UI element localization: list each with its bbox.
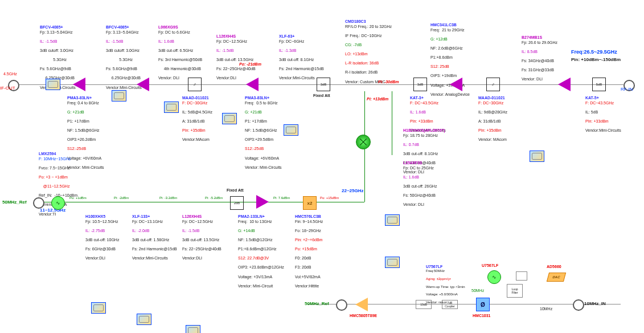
maad2-body: F: DC~30GHz IL: 9dB@28GHz A: 31dB/1dB PI… — [478, 101, 507, 142]
amp-pre-rf-icon — [558, 78, 571, 91]
maad2-icon: ⫽ — [486, 78, 500, 91]
l254-icon — [385, 257, 400, 268]
xlf133-title: XLF-133+ — [132, 214, 150, 219]
u7567-osc-label: U7567LF — [482, 263, 498, 268]
kat3-title: KAT-3+ — [410, 96, 424, 100]
mid-po4: Pi: 7.6dBm — [273, 196, 290, 200]
cmd180-body: RF/LO Freq.: 20 to 32GHz IF Freq.: DC~10… — [345, 25, 392, 89]
l126a-icon — [222, 113, 237, 124]
ref50-low-name: 50MHz_Ref — [305, 301, 329, 306]
bfcv2-title: BFCV-4085+ — [106, 25, 129, 30]
mix-pi: Pi: -30dBm — [378, 80, 399, 84]
mid-po5: Po: +15dBm — [320, 196, 339, 200]
cmd180-title: CMD180C3 — [345, 19, 366, 24]
if-out-name: IF-OUT — [0, 86, 15, 91]
xlf133-icon — [137, 314, 151, 325]
if-out-freq: 4.5GHz — [3, 72, 17, 76]
xlf63-title: XLF-63+ — [279, 34, 294, 39]
pma1-title: PMA3-83LN+ — [67, 96, 92, 100]
xlf63-icon — [284, 124, 298, 136]
xlf63-body: Fp: DC~6GHz IL: -1.3dB 3dB cut-off: 8.1G… — [279, 39, 324, 80]
kat5-title: KAT-5+ — [585, 96, 599, 100]
l126b-icon — [186, 325, 200, 333]
h100-body: Fp: 10.5~12.5GHz IL: -2.75dB 3dB cut-off… — [85, 220, 119, 261]
l126a-body: Fp: DC~12.5GHz IL: -1.5dB 3dB cut-off: 1… — [216, 39, 256, 80]
maad1-title: MAAD-011021 — [182, 96, 209, 100]
bfcv2-icon — [112, 90, 126, 101]
mixer-icon — [356, 135, 371, 149]
pma1-amp-icon — [73, 78, 85, 91]
mid-po2: Pi: -3.2dBm — [159, 196, 177, 200]
kat5-icon: 5dB — [592, 78, 606, 91]
hmc1031-label: HMC1031 — [473, 314, 491, 318]
mix-lo: Pi: +13dBm — [367, 97, 388, 101]
pma2-body: Freq: 0.5 to 8GHz G: +21dB P1: +17dBm NF… — [245, 101, 282, 170]
pma133-title: PMA2-133LN+ — [238, 214, 265, 219]
l066-icon — [164, 101, 179, 113]
pma2-title: PMA3-83LN+ — [245, 96, 269, 100]
b274-title: B274MB1S — [522, 35, 542, 40]
maad1-body: F: DC~30GHz IL: 5dB@4.5GHz A: 31dB/1dB P… — [182, 101, 212, 142]
mid-po0: Po: +1dBm — [69, 196, 87, 200]
u7567-osc-icon: ∿ — [487, 270, 501, 284]
ad5660-label: AD5660 — [547, 265, 561, 269]
l126a-po: Po: -21dBm — [239, 62, 261, 67]
hmc576-x2-icon: x2 — [303, 196, 317, 210]
maad2-title: MAAD-011021 — [478, 96, 505, 100]
l126a-title: L126XH4S — [216, 34, 236, 39]
low-50mhz: 50MHz — [471, 289, 484, 293]
loopfilter-box: Loop Filter — [507, 284, 523, 298]
u7567-title: U7567LF — [426, 265, 442, 269]
switch-icon — [516, 271, 527, 281]
bfcv1-icon — [46, 79, 60, 90]
in10-port — [573, 299, 584, 311]
mid-band-out: 22~25GHz — [342, 188, 363, 193]
mid-po3: Pi: -5.2dBm — [205, 196, 223, 200]
amp2-icon — [137, 78, 149, 91]
in10-name: 10MHz_IN — [584, 301, 606, 306]
h100-icon — [91, 302, 106, 314]
pma133-amp-icon — [256, 195, 269, 209]
lmx-title: LMX2594 — [39, 152, 56, 156]
l066-title: L066XG9S — [158, 25, 178, 30]
dac-icon: DAC — [547, 273, 566, 282]
l254-title: L254XF3S — [403, 161, 422, 165]
lmx-osc-icon: ∿ — [51, 196, 65, 210]
hmc5805-label: HMC5805T89E — [350, 314, 377, 318]
bfcv1-title: BFCV-4085+ — [40, 25, 63, 30]
low-10mhz: 10MHz — [540, 307, 552, 311]
hmc1031-pll-icon: Ø — [476, 298, 490, 311]
hmc576-title: HMC576LC3B — [295, 214, 321, 219]
xlf133-body: Fp: DC~13.1GHz IL: -2.0dB 3dB cut-off: 1… — [132, 220, 177, 261]
rf-in-name: RF-IN — [621, 87, 633, 92]
rf-in-pin: Pin: +10dBm~-150dBm — [571, 57, 621, 62]
hmc341-amp-icon — [450, 78, 462, 91]
rf-in-freq: Freq:26.5~29.5GHz — [571, 49, 617, 55]
ref50-name: 50MHz_Ref — [2, 200, 27, 205]
ref50-low-port — [336, 299, 347, 311]
u7567-body: Freq:50MHz Aging: ±2ppm/yr Warm-up Time:… — [426, 269, 465, 304]
b274-icon — [530, 151, 544, 162]
hmc576-body: Fin: 9~14.5GHz Fo: 18~29GHz Pin: +2~+6dB… — [295, 220, 323, 289]
hmc341-title: HMC341LC3B — [430, 23, 457, 27]
fixed-att2-icon: 2dB — [230, 196, 244, 210]
fixed-att1-label: Fixed Att — [313, 94, 330, 98]
ref50-port — [33, 197, 44, 209]
h100-title: H100XHX5 — [85, 214, 105, 219]
l126b-body: Fp: DC~12.5GHz IL: -1.5dB 3dB cut-off: 1… — [182, 220, 221, 261]
pma133-body: Freq: 10 to 13GHz G: +14dB NF: 1.5dB@12G… — [238, 220, 284, 289]
l254-body: Fp: DC to 25GHz IL: 1.6dB 3dB cut-off: 2… — [403, 166, 437, 207]
b274-body: Fp: 26.6 to 29.6GHz IL: 8.5dB Fs: 34GHz@… — [522, 40, 557, 82]
hmc5805-amp-icon — [355, 298, 368, 311]
l126b-title: L126XH4S — [182, 214, 202, 219]
h182-title: H182XHXS(AFL06767) — [403, 128, 445, 133]
kat3-icon: 3dB — [413, 78, 427, 91]
mid-po1: Pi: -2dBm — [114, 196, 129, 200]
kat5-body: F: DC~43.5GHz IL: 5dB PIn: +33dBm Vendor… — [585, 101, 621, 133]
maad1-icon: ⫽ — [188, 78, 202, 91]
fixed-att1-icon: 3dB — [317, 78, 330, 91]
l066-body: Fp: DC to 6.6GHz IL: 1.6dB 3dB cut-off: … — [158, 30, 202, 81]
pma2-amp-icon — [246, 78, 259, 91]
h182-icon — [385, 214, 400, 226]
fixed-att2-label: Fixed Att — [227, 188, 244, 193]
